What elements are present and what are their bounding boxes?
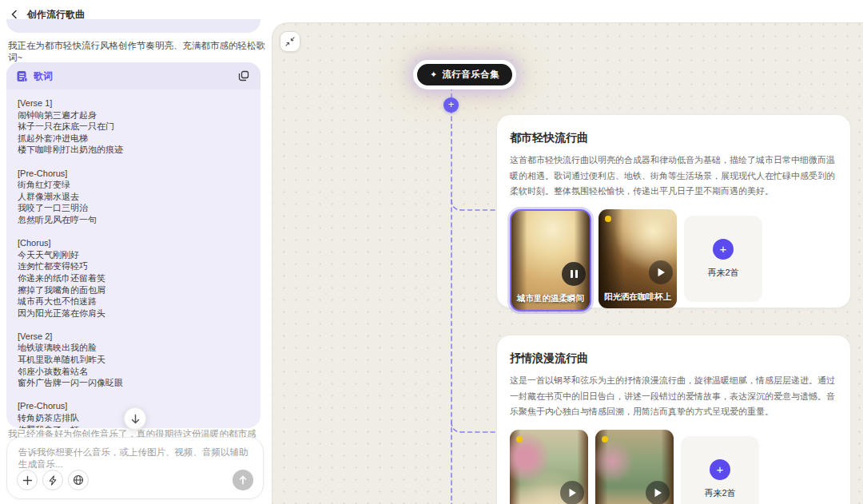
- generate-more-button[interactable]: + 再来2首: [681, 436, 759, 504]
- song-group-card: 都市轻快流行曲 这首都市轻快流行曲以明亮的合成器和律动低音为基础，描绘了城市日常…: [496, 114, 851, 308]
- song-group-card: 抒情浪漫流行曲 这是一首以钢琴和弦乐为主的抒情浪漫流行曲，旋律温暖细腻，情感层层…: [496, 335, 851, 504]
- plus-icon: +: [710, 459, 730, 480]
- play-button[interactable]: [646, 481, 670, 504]
- app-window: 创作流行歌曲 我正在为都市轻快流行风格创作节奏明亮、充满都市感的轻松歌词~ 歌词: [0, 0, 863, 504]
- collection-node-label: 流行音乐合集: [442, 69, 499, 81]
- copy-icon: [238, 70, 249, 81]
- sparkle-icon: ✦: [430, 70, 437, 79]
- composer: [6, 437, 264, 499]
- lyrics-panel: 歌词 [Verse 1] 闹钟响第三遍才起身 袜子一只在床底一只在门 抓起外套冲…: [6, 62, 260, 428]
- collection-node[interactable]: ✦ 流行音乐合集: [413, 60, 516, 89]
- pause-button[interactable]: [562, 262, 586, 286]
- song-group-description: 这首都市轻快流行曲以明亮的合成器和律动低音为基础，描绘了城市日常中细微而温暖的相…: [510, 153, 837, 200]
- assistant-message: 我正在为都市轻快流行风格创作节奏明亮、充满都市感的轻松歌词~: [8, 40, 267, 64]
- send-button[interactable]: [233, 470, 253, 490]
- status-dot: [602, 436, 608, 442]
- play-icon: [657, 268, 666, 277]
- generate-more-button[interactable]: + 再来2首: [684, 216, 762, 302]
- canvas[interactable]: ✦ 流行音乐合集 + 都市轻快流行曲 这首都市轻快流行曲以明亮的合成器和律动低音…: [272, 22, 863, 504]
- collapse-icon: [284, 36, 296, 47]
- lightning-icon: [48, 475, 58, 486]
- lyrics-panel-title: 歌词: [34, 69, 53, 83]
- track-title: 城市里的温柔瞬间: [517, 293, 584, 304]
- scroll-to-bottom-button[interactable]: [124, 407, 146, 430]
- music-prompt-input[interactable]: [18, 446, 252, 470]
- generate-more-label: 再来2首: [707, 267, 738, 279]
- track-card-selected[interactable]: 城市里的温柔瞬间: [510, 209, 591, 312]
- arrow-up-icon: [238, 475, 248, 485]
- attach-button[interactable]: [17, 470, 38, 490]
- plus-icon: [22, 475, 33, 486]
- previous-message-bubble: [6, 19, 260, 33]
- arrow-down-icon: [130, 414, 141, 424]
- status-dot: [516, 436, 523, 442]
- chat-panel: 创作流行歌曲 我正在为都市轻快流行风格创作节奏明亮、充满都市感的轻松歌词~ 歌词: [0, 0, 272, 504]
- copy-button[interactable]: [237, 69, 251, 83]
- play-button[interactable]: [560, 481, 584, 504]
- add-node-button[interactable]: +: [443, 97, 459, 113]
- lyrics-icon: [16, 70, 28, 82]
- song-group-description: 这是一首以钢琴和弦乐为主的抒情浪漫流行曲，旋律温暖细腻，情感层层递进。通过一封藏…: [510, 373, 837, 420]
- quick-generate-button[interactable]: [42, 470, 63, 490]
- chevron-left-icon: [10, 10, 19, 19]
- lyrics-panel-header: 歌词: [6, 62, 260, 89]
- lyrics-text: [Verse 1] 闹钟响第三遍才起身 袜子一只在床底一只在门 抓起外套冲进电梯…: [6, 89, 260, 428]
- play-button[interactable]: [649, 260, 673, 284]
- track-card[interactable]: 纸条上的告白: [595, 430, 674, 504]
- generate-more-label: 再来2首: [704, 487, 735, 499]
- play-icon: [654, 488, 662, 498]
- song-group-title: 抒情浪漫流行曲: [510, 351, 837, 366]
- status-dot: [605, 216, 611, 222]
- web-button[interactable]: [68, 470, 89, 490]
- pause-icon: [571, 270, 578, 278]
- plus-icon: +: [713, 239, 734, 260]
- play-icon: [568, 488, 577, 498]
- composer-toolbar: [7, 470, 263, 490]
- track-card[interactable]: 阳光洒在咖啡杯上: [599, 209, 677, 308]
- fit-view-button[interactable]: [280, 31, 300, 52]
- track-list: 城市里的温柔瞬间 阳光洒在咖啡杯上 + 再来2首: [510, 209, 837, 312]
- track-title: 阳光洒在咖啡杯上: [604, 292, 671, 303]
- track-card[interactable]: 未说出口的爱: [510, 430, 588, 504]
- song-group-title: 都市轻快流行曲: [510, 131, 837, 145]
- track-list: 未说出口的爱 纸条上的告白 + 再来2首: [510, 430, 837, 504]
- globe-icon: [73, 474, 84, 486]
